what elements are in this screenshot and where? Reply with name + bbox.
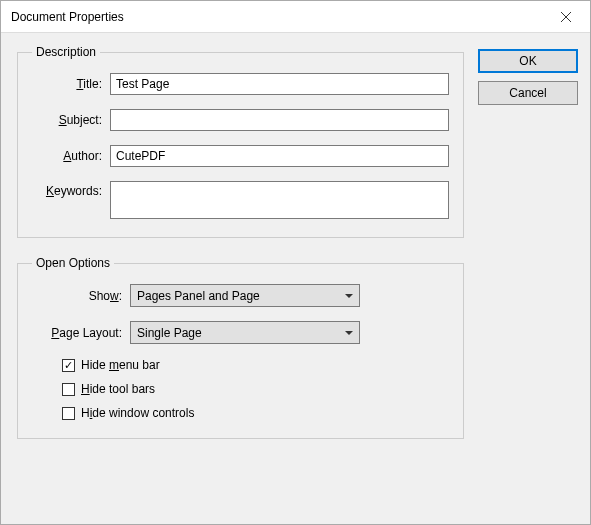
author-label: Author: [32,149,110,163]
show-row: Show: Pages Panel and Page [32,284,449,307]
subject-input[interactable] [110,109,449,131]
hide-menu-bar-row[interactable]: ✓ Hide menu bar [62,358,449,372]
hide-tool-bars-row[interactable]: Hide tool bars [62,382,449,396]
subject-row: Subject: [32,109,449,131]
subject-label: Subject: [32,113,110,127]
hide-menu-bar-checkbox[interactable]: ✓ [62,359,75,372]
close-icon[interactable] [544,2,588,32]
open-options-group: Open Options Show: Pages Panel and Page … [17,256,464,439]
page-layout-select-value: Single Page [137,326,345,340]
dialog-body: Description Title: Subject: Author: Keyw… [1,33,590,524]
description-legend: Description [32,45,100,59]
hide-tool-bars-checkbox[interactable] [62,383,75,396]
hide-window-controls-row[interactable]: Hide window controls [62,406,449,420]
title-label: Title: [32,77,110,91]
chevron-down-icon [345,294,353,298]
author-input[interactable] [110,145,449,167]
page-layout-label: Page Layout: [32,326,130,340]
chevron-down-icon [345,331,353,335]
window-title: Document Properties [11,10,544,24]
titlebar: Document Properties [1,1,590,33]
show-label: Show: [32,289,130,303]
hide-window-controls-label: Hide window controls [81,406,194,420]
right-column: OK Cancel [478,45,578,512]
keywords-label: Keywords: [32,181,110,198]
cancel-button[interactable]: Cancel [478,81,578,105]
title-input[interactable] [110,73,449,95]
show-select[interactable]: Pages Panel and Page [130,284,360,307]
hide-tool-bars-label: Hide tool bars [81,382,155,396]
page-layout-select[interactable]: Single Page [130,321,360,344]
keywords-row: Keywords: [32,181,449,219]
open-options-legend: Open Options [32,256,114,270]
title-row: Title: [32,73,449,95]
left-column: Description Title: Subject: Author: Keyw… [17,45,464,512]
ok-button[interactable]: OK [478,49,578,73]
hide-menu-bar-label: Hide menu bar [81,358,160,372]
keywords-input[interactable] [110,181,449,219]
description-group: Description Title: Subject: Author: Keyw… [17,45,464,238]
hide-window-controls-checkbox[interactable] [62,407,75,420]
show-select-value: Pages Panel and Page [137,289,345,303]
page-layout-row: Page Layout: Single Page [32,321,449,344]
author-row: Author: [32,145,449,167]
dialog-window: Document Properties Description Title: S… [0,0,591,525]
